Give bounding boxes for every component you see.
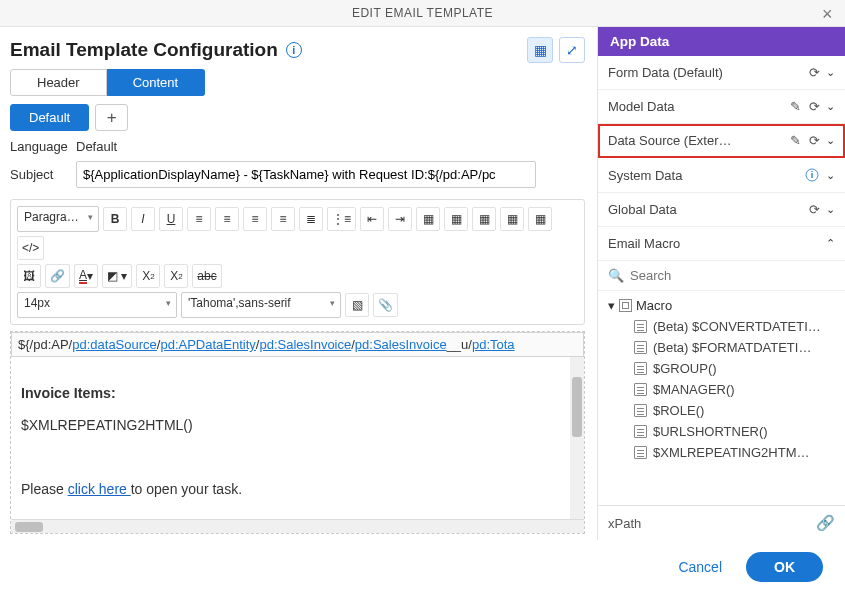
tree-leaf[interactable]: $MANAGER() xyxy=(606,379,839,400)
table-button-2[interactable]: ▦ xyxy=(444,207,468,231)
doc-icon xyxy=(634,404,647,417)
sidebar-item-data-source[interactable]: Data Source (Exter… ⌄ xyxy=(598,124,845,158)
subject-label: Subject xyxy=(10,167,76,182)
edit-icon[interactable] xyxy=(790,133,801,148)
sidebar-item-form-data[interactable]: Form Data (Default) ⌄ xyxy=(598,56,845,90)
layout-mode-button-1[interactable]: ▦ xyxy=(527,37,553,63)
table-button-4[interactable]: ▦ xyxy=(500,207,524,231)
editor-text-2: to open your task. xyxy=(131,481,242,497)
tab-content[interactable]: Content xyxy=(107,69,206,96)
editor-toolbar: Paragra… B I U ≡ ≡ ≡ ≡ ≣ ⋮≡ ⇤ ⇥ ▦ ▦ ▦ ▦ xyxy=(10,199,585,325)
paragraph-select[interactable]: Paragra… xyxy=(17,206,99,232)
macro-search-input[interactable] xyxy=(630,265,835,286)
doc-icon xyxy=(634,362,647,375)
xpath-breadcrumb[interactable]: ${/pd:AP/pd:dataSource/pd:APDataEntity/p… xyxy=(11,332,584,357)
chevron-down-icon[interactable]: ⌄ xyxy=(826,100,835,113)
tree-leaf[interactable]: $GROUP() xyxy=(606,358,839,379)
sidebar-item-global-data[interactable]: Global Data ⌄ xyxy=(598,193,845,227)
refresh-icon[interactable] xyxy=(809,65,820,80)
list-bullet-button[interactable]: ⋮≡ xyxy=(327,207,356,231)
tree-leaf[interactable]: (Beta) $CONVERTDATETI… xyxy=(606,316,839,337)
doc-icon xyxy=(634,425,647,438)
cancel-button[interactable]: Cancel xyxy=(670,553,730,581)
strikethrough-button[interactable]: abc xyxy=(192,264,221,288)
macro-tree: ▾ Macro (Beta) $CONVERTDATETI… (Beta) $F… xyxy=(598,291,845,505)
click-here-link[interactable]: click here xyxy=(68,481,131,497)
attach-button[interactable]: 📎 xyxy=(373,293,398,317)
subject-input[interactable] xyxy=(76,161,536,188)
link-icon[interactable]: 🔗 xyxy=(816,514,835,532)
doc-icon xyxy=(634,320,647,333)
tree-leaf[interactable]: $XMLREPEATING2HTM… xyxy=(606,442,839,463)
superscript-button[interactable]: X2 xyxy=(164,264,188,288)
ok-button[interactable]: OK xyxy=(746,552,823,582)
bold-button[interactable]: B xyxy=(103,207,127,231)
subscript-button[interactable]: X2 xyxy=(136,264,160,288)
folder-icon xyxy=(619,299,632,312)
subtab-default[interactable]: Default xyxy=(10,104,89,131)
indent-button[interactable]: ⇥ xyxy=(388,207,412,231)
tree-root-macro[interactable]: ▾ Macro xyxy=(606,295,839,316)
search-icon: 🔍 xyxy=(608,268,624,283)
info-icon[interactable]: i xyxy=(806,169,819,182)
align-left-button[interactable]: ≡ xyxy=(187,207,211,231)
language-label: Language xyxy=(10,139,76,154)
underline-button[interactable]: U xyxy=(159,207,183,231)
table-button-1[interactable]: ▦ xyxy=(416,207,440,231)
dialog-title: EDIT EMAIL TEMPLATE xyxy=(352,6,493,20)
sidebar-item-email-macro[interactable]: Email Macro ⌃ xyxy=(598,227,845,261)
doc-icon xyxy=(634,446,647,459)
table-button-3[interactable]: ▦ xyxy=(472,207,496,231)
align-center-button[interactable]: ≡ xyxy=(215,207,239,231)
language-value: Default xyxy=(76,139,117,154)
list-ordered-button[interactable]: ≣ xyxy=(299,207,323,231)
chevron-down-icon[interactable]: ⌄ xyxy=(826,203,835,216)
edit-icon[interactable] xyxy=(790,99,801,114)
refresh-icon[interactable] xyxy=(809,133,820,148)
editor-heading: Invoice Items: xyxy=(21,385,574,401)
editor-macro-line: $XMLREPEATING2HTML() xyxy=(21,417,574,433)
editor-vertical-scrollbar[interactable] xyxy=(570,357,584,519)
tab-header[interactable]: Header xyxy=(10,69,107,96)
doc-icon xyxy=(634,383,647,396)
dialog-title-bar: EDIT EMAIL TEMPLATE × xyxy=(0,0,845,27)
sidebar-item-model-data[interactable]: Model Data ⌄ xyxy=(598,90,845,124)
xpath-row: xPath 🔗 xyxy=(598,505,845,540)
source-button[interactable]: </> xyxy=(17,236,44,260)
font-family-select[interactable]: 'Tahoma',sans-serif xyxy=(181,292,341,318)
doc-icon xyxy=(634,341,647,354)
tree-leaf[interactable]: $URLSHORTNER() xyxy=(606,421,839,442)
align-right-button[interactable]: ≡ xyxy=(243,207,267,231)
chevron-down-icon[interactable]: ⌄ xyxy=(826,169,835,182)
tree-leaf[interactable]: (Beta) $FORMATDATETI… xyxy=(606,337,839,358)
info-icon[interactable]: i xyxy=(286,42,302,58)
chevron-up-icon[interactable]: ⌃ xyxy=(826,237,835,250)
link-button[interactable]: 🔗 xyxy=(45,264,70,288)
image-button[interactable]: 🖼 xyxy=(17,264,41,288)
refresh-icon[interactable] xyxy=(809,99,820,114)
layout-mode-button-2[interactable]: ⤢ xyxy=(559,37,585,63)
table-button-5[interactable]: ▦ xyxy=(528,207,552,231)
italic-button[interactable]: I xyxy=(131,207,155,231)
main-tabs: Header Content xyxy=(10,69,585,96)
add-subtab-button[interactable]: + xyxy=(95,104,128,131)
chevron-down-icon[interactable]: ⌄ xyxy=(826,66,835,79)
bg-color-button[interactable]: ◩ ▾ xyxy=(102,264,132,288)
refresh-icon[interactable] xyxy=(809,202,820,217)
tree-leaf[interactable]: $ROLE() xyxy=(606,400,839,421)
editor-horizontal-scrollbar[interactable] xyxy=(11,519,584,533)
sidebar-header: App Data xyxy=(598,27,845,56)
font-size-select[interactable]: 14px xyxy=(17,292,177,318)
chevron-down-icon[interactable]: ⌄ xyxy=(826,134,835,147)
align-justify-button[interactable]: ≡ xyxy=(271,207,295,231)
outdent-button[interactable]: ⇤ xyxy=(360,207,384,231)
sidebar-item-system-data[interactable]: System Data i ⌄ xyxy=(598,158,845,193)
caret-down-icon: ▾ xyxy=(608,298,615,313)
page-title: Email Template Configuration xyxy=(10,39,278,61)
editor-text-1: Please xyxy=(21,481,68,497)
variables-button[interactable]: ▧ xyxy=(345,293,369,317)
close-icon[interactable]: × xyxy=(822,4,833,25)
font-color-button[interactable]: A ▾ xyxy=(74,264,98,288)
editor-body[interactable]: Invoice Items: $XMLREPEATING2HTML() Plea… xyxy=(11,357,584,519)
